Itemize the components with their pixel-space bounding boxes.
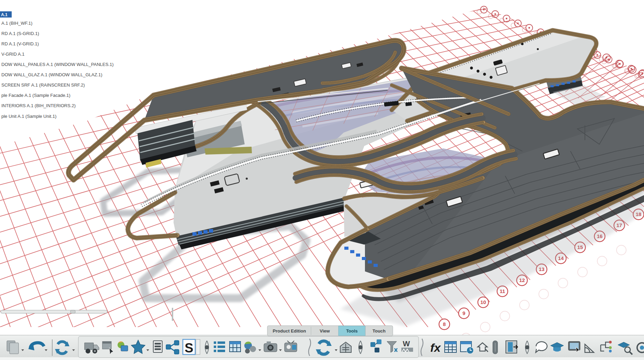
svg-text:8: 8 xyxy=(443,321,446,327)
svg-text:View: View xyxy=(320,328,330,334)
svg-text:SCREEN SRF A.1 (RAINSCREEN SRF: SCREEN SRF A.1 (RAINSCREEN SRF.2) xyxy=(1,82,85,88)
svg-text:S: S xyxy=(185,341,193,355)
svg-text:RD A.1 (V-GRID.1): RD A.1 (V-GRID.1) xyxy=(1,41,39,46)
svg-text:fx: fx xyxy=(430,341,441,354)
svg-text:V-GRID A.1: V-GRID A.1 xyxy=(1,52,24,57)
svg-text:DOW WALL_PANLES A.1 (WINDOW WA: DOW WALL_PANLES A.1 (WINDOW WALL_PANLES.… xyxy=(1,62,114,67)
svg-text:Product Edition: Product Edition xyxy=(273,328,306,334)
svg-text:INTERIORS A.1 (BIH_INTERIORS.2: INTERIORS A.1 (BIH_INTERIORS.2) xyxy=(1,103,76,108)
svg-text:W: W xyxy=(403,339,410,348)
svg-text:9: 9 xyxy=(463,310,465,316)
svg-text:A.1: A.1 xyxy=(1,12,8,17)
svg-text:DOW WALL_GLAZ A.1 (WINDOW WALL: DOW WALL_GLAZ A.1 (WINDOW WALL_GLAZ.1) xyxy=(1,72,102,77)
svg-text:RD A.1 (S-GRID.1): RD A.1 (S-GRID.1) xyxy=(1,31,39,36)
svg-text:ple Unit A.1 (Sample Unit.1): ple Unit A.1 (Sample Unit.1) xyxy=(1,114,56,119)
svg-text:ple Facade A.1 (Sample Facade.: ple Facade A.1 (Sample Facade.1) xyxy=(1,93,70,98)
svg-text:Touch: Touch xyxy=(373,328,386,334)
svg-text:A.1 (BIH_WF.1): A.1 (BIH_WF.1) xyxy=(1,21,32,26)
svg-text:11: 11 xyxy=(500,288,505,294)
svg-text:Tools: Tools xyxy=(346,328,358,334)
svg-text:10: 10 xyxy=(480,299,486,305)
